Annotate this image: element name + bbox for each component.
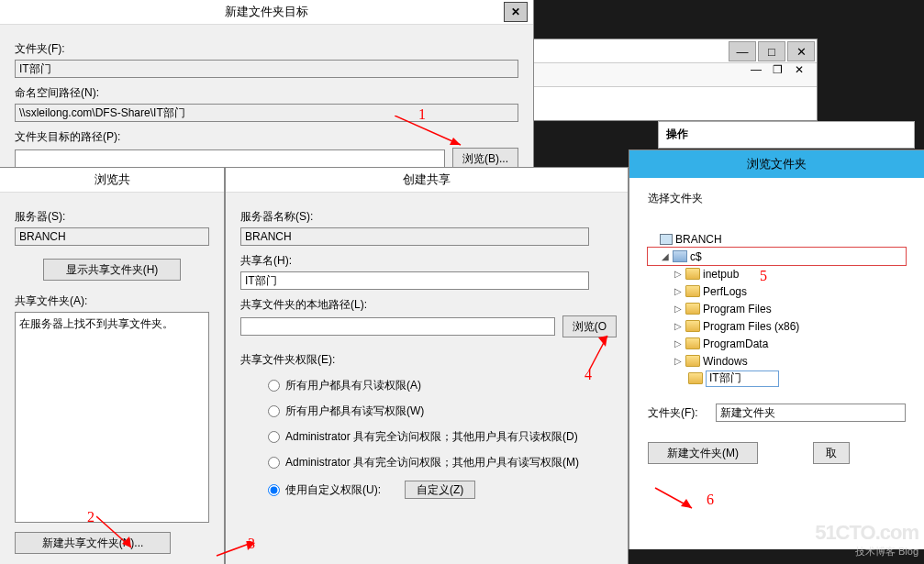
cs-share-label: 共享名(H): <box>240 253 613 269</box>
perm-radio-custom[interactable] <box>268 484 280 496</box>
folder-icon <box>685 268 700 280</box>
folder-icon <box>688 372 703 384</box>
folder-tree[interactable]: BRANCH ◢c$ ▷inetpub▷PerfLogs▷Program Fil… <box>648 230 906 387</box>
select-folder-label: 选择文件夹 <box>648 191 906 206</box>
perm-radio-readonly-all[interactable] <box>268 380 280 392</box>
dlg-browseshare-title: 浏览共 <box>0 168 224 193</box>
computer-icon <box>660 234 673 245</box>
tree-item[interactable]: ▷PerfLogs <box>648 282 906 300</box>
perm-label-3: Administrator 具有完全访问权限；其他用户具有只读权限(D) <box>285 429 578 445</box>
tree-item[interactable]: ▷Program Files (x86) <box>648 317 906 335</box>
perm-label-4: Administrator 具有完全访问权限；其他用户具有读写权限(M) <box>285 455 579 470</box>
bgwin-min[interactable]: — <box>729 41 756 61</box>
namespace-label: 命名空间路径(N): <box>15 85 518 101</box>
bgwin-max[interactable]: □ <box>758 41 785 61</box>
operations-panel-header: 操作 <box>658 121 915 149</box>
cs-local-label: 共享文件夹的本地路径(L): <box>240 297 613 313</box>
perm-radio-admin-rw[interactable] <box>268 457 280 469</box>
drive-icon <box>673 250 687 262</box>
cs-server-label: 服务器名称(S): <box>240 209 613 225</box>
folder-label: 文件夹(F): <box>15 41 518 57</box>
cs-browse-button[interactable]: 浏览(O <box>562 315 617 337</box>
perm-label-1: 所有用户都具有只读权限(A) <box>285 378 421 393</box>
cs-local-field[interactable] <box>240 317 555 336</box>
target-path-label: 文件夹目标的路径(P): <box>15 129 518 145</box>
folder-icon <box>685 285 700 297</box>
bf-folder-field[interactable] <box>716 404 906 422</box>
show-shared-folders-button[interactable]: 显示共享文件夹(H) <box>43 259 181 281</box>
perm-radio-readwrite-all[interactable] <box>268 405 280 417</box>
bgwin2-min[interactable]: — <box>751 63 773 80</box>
perm-radio-admin-ro[interactable] <box>268 431 280 443</box>
tree-drive[interactable]: c$ <box>690 250 702 263</box>
folder-icon <box>685 355 700 367</box>
folder-icon <box>685 320 700 332</box>
shared-folder-empty-msg: 在服务器上找不到共享文件夹。 <box>19 317 173 330</box>
dlg-createshare-title: 创建共享 <box>226 168 628 193</box>
cs-perm-label: 共享文件夹权限(E): <box>240 352 613 368</box>
namespace-field <box>15 104 518 122</box>
cs-server-field <box>240 227 589 246</box>
bf-newfolder-button[interactable]: 新建文件夹(M) <box>648 442 758 464</box>
shared-folder-list[interactable]: 在服务器上找不到共享文件夹。 <box>15 312 209 523</box>
target-path-field[interactable] <box>15 149 445 168</box>
folder-field <box>15 60 518 78</box>
tree-item[interactable]: ▷Windows <box>648 352 906 370</box>
tree-root[interactable]: BRANCH <box>675 233 722 246</box>
perm-label-2: 所有用户都具有读写权限(W) <box>285 404 424 419</box>
bgwin2-close[interactable]: ✕ <box>795 63 817 80</box>
new-share-button[interactable]: 新建共享文件夹(N)... <box>15 532 171 554</box>
server-label: 服务器(S): <box>15 209 209 225</box>
bgwin2-restore[interactable]: ❐ <box>773 63 795 80</box>
tree-item[interactable]: ▷inetpub <box>648 265 906 282</box>
perm-label-5: 使用自定义权限(U): <box>285 482 381 498</box>
close-icon[interactable]: ✕ <box>504 2 528 22</box>
tree-item[interactable]: ▷Program Files <box>648 300 906 317</box>
shared-folder-label: 共享文件夹(A): <box>15 293 209 309</box>
tree-item[interactable]: ▷ProgramData <box>648 335 906 352</box>
server-field <box>15 227 209 246</box>
cs-share-field[interactable] <box>240 271 589 290</box>
bf-cancel-button[interactable]: 取消 <box>813 442 850 464</box>
dlg-browsefolder-title: 浏览文件夹 <box>629 150 924 178</box>
folder-icon <box>685 337 700 349</box>
dlg-target-title: 新建文件夹目标 <box>0 0 533 25</box>
tree-new-folder-input[interactable] <box>706 370 779 387</box>
bgwin-close[interactable]: ✕ <box>787 41 815 61</box>
custom-perm-button[interactable]: 自定义(Z) <box>405 481 475 499</box>
folder-icon <box>685 303 700 315</box>
bf-folder-label: 文件夹(F): <box>648 405 708 421</box>
